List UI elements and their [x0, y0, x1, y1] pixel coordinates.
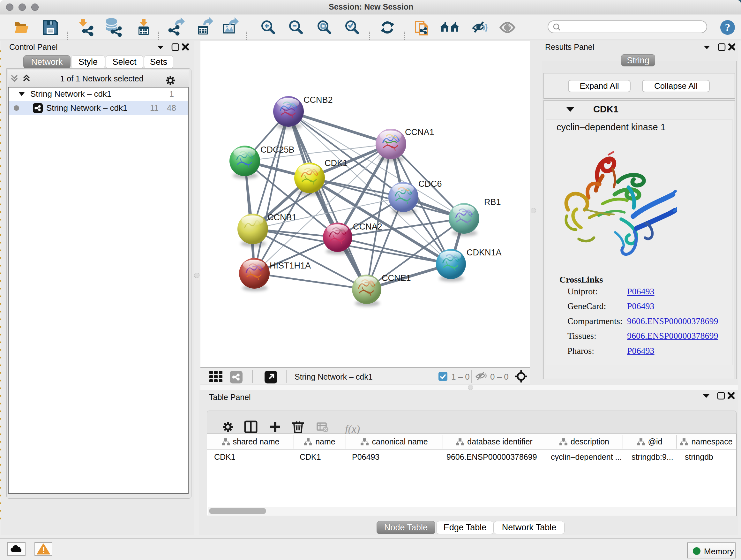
- svg-text:HIST1H1A: HIST1H1A: [270, 261, 311, 270]
- svg-text:CDC6: CDC6: [418, 179, 442, 189]
- svg-text:CDK1: CDK1: [325, 159, 347, 168]
- svg-text:CCNA2: CCNA2: [353, 222, 382, 232]
- svg-text:CCNB1: CCNB1: [267, 212, 297, 222]
- svg-text:CDC25B: CDC25B: [260, 145, 294, 154]
- svg-text:RB1: RB1: [484, 197, 501, 207]
- svg-text:CDKN1A: CDKN1A: [467, 248, 502, 257]
- svg-text:CCNE1: CCNE1: [382, 273, 411, 283]
- svg-text:CCNB2: CCNB2: [304, 95, 333, 105]
- svg-text:CCNA1: CCNA1: [405, 127, 434, 137]
